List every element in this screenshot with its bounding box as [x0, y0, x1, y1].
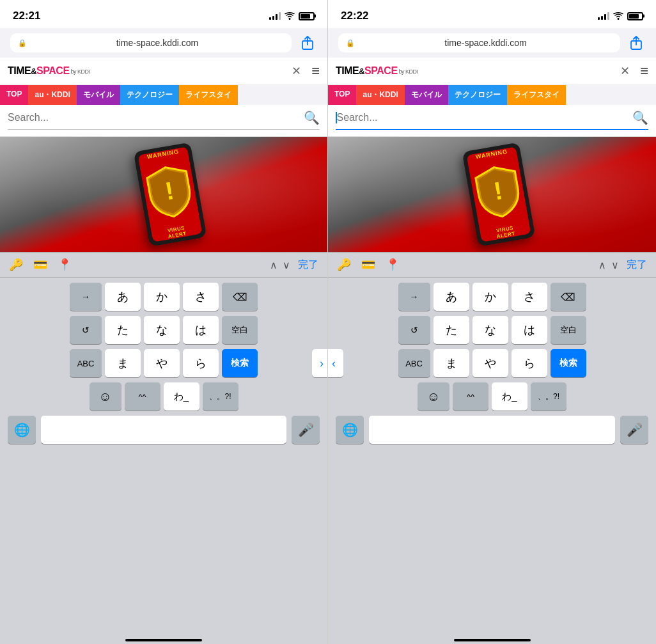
key-caret-left[interactable]: ^^: [125, 382, 160, 411]
key-backspace-right[interactable]: ⌫: [551, 283, 586, 311]
prev-arrow-left[interactable]: ∧: [270, 259, 277, 271]
search-bar-left: 🔍: [0, 105, 327, 137]
key-ha-right[interactable]: は: [512, 316, 547, 344]
location-icon-left[interactable]: 📍: [58, 258, 72, 272]
mic-key-left[interactable]: 🎤: [292, 416, 320, 444]
globe-key-left[interactable]: 🌐: [8, 416, 36, 444]
key-chevron-left-right[interactable]: ‹: [328, 349, 343, 377]
browser-bar-left: 🔒 time-space.kddi.com: [0, 28, 327, 58]
search-input-left[interactable]: [8, 112, 304, 123]
key-ka-right[interactable]: か: [472, 283, 508, 311]
creditcard-icon-left[interactable]: 💳: [33, 258, 47, 272]
toolbar-left-icons: 🔑 💳 📍: [9, 258, 72, 272]
key-punct-right[interactable]: 、。?!: [531, 382, 566, 411]
status-icons-left: [269, 12, 315, 20]
header-icons-left: ✕ ≡: [292, 63, 320, 79]
nav-tab-top-right[interactable]: TOP: [328, 85, 356, 105]
key-wa-right[interactable]: わ_: [492, 382, 527, 411]
nav-tabs-right: TOP au・KDDI モバイル テクノロジー ライフスタイ: [328, 85, 656, 105]
key-wa-left[interactable]: わ_: [164, 382, 199, 411]
menu-icon-left[interactable]: ≡: [311, 63, 320, 79]
space-key-right[interactable]: [369, 416, 615, 444]
key-arrow-left[interactable]: →: [70, 283, 102, 311]
search-icon-right[interactable]: 🔍: [632, 110, 648, 125]
globe-key-right[interactable]: 🌐: [336, 416, 364, 444]
password-icon-left[interactable]: 🔑: [9, 258, 23, 272]
svg-point-0: [289, 18, 291, 20]
location-icon-right[interactable]: 📍: [386, 258, 400, 272]
key-ha-left[interactable]: は: [183, 316, 219, 344]
keyboard-row4-right: ☺ ^^ わ_ 、。?!: [331, 382, 653, 411]
key-ta-right[interactable]: た: [433, 316, 469, 344]
key-ka-left[interactable]: か: [144, 283, 180, 311]
keyboard-row2-left: ↺ た な は 空白: [3, 316, 325, 344]
key-sa-left[interactable]: さ: [183, 283, 219, 311]
key-ma-right[interactable]: ま: [433, 349, 469, 377]
key-arrow-right[interactable]: →: [398, 283, 430, 311]
creditcard-icon-right[interactable]: 💳: [361, 258, 375, 272]
key-caret-right[interactable]: ^^: [453, 382, 488, 411]
nav-tab-au-left[interactable]: au・KDDI: [28, 85, 76, 105]
key-punct-left[interactable]: 、。?!: [203, 382, 238, 411]
nav-tab-au-right[interactable]: au・KDDI: [356, 85, 404, 105]
key-a-left[interactable]: あ: [105, 283, 141, 311]
nav-tab-top-left[interactable]: TOP: [0, 85, 28, 105]
key-backspace-left[interactable]: ⌫: [222, 283, 258, 311]
key-space-right[interactable]: 空白: [551, 316, 586, 344]
done-button-left[interactable]: 完了: [298, 258, 318, 272]
url-bar-right[interactable]: 🔒 time-space.kddi.com: [338, 33, 620, 52]
next-arrow-right[interactable]: ∨: [611, 259, 619, 271]
key-chevron-right-left[interactable]: ›: [312, 349, 328, 377]
key-ra-left[interactable]: ら: [183, 349, 219, 377]
key-undo-left[interactable]: ↺: [70, 316, 102, 344]
keyboard-toolbar-left: 🔑 💳 📍 ∧ ∨ 完了: [0, 252, 327, 278]
close-icon-left[interactable]: ✕: [292, 64, 301, 78]
url-text-right: time-space.kddi.com: [359, 38, 613, 48]
nav-tab-tech-left[interactable]: テクノロジー: [120, 85, 179, 105]
nav-tab-mobile-left[interactable]: モバイル: [77, 85, 120, 105]
key-ma-left[interactable]: ま: [105, 349, 141, 377]
password-icon-right[interactable]: 🔑: [337, 258, 351, 272]
keyboard-row4-left: ☺ ^^ わ_ 、。?!: [3, 382, 325, 411]
nav-tabs-left: TOP au・KDDI モバイル テクノロジー ライフスタイ: [0, 85, 327, 105]
key-a-right[interactable]: あ: [433, 283, 469, 311]
virus-alert-text-right: VIRUSALERT: [495, 225, 515, 240]
share-button-left[interactable]: [298, 33, 317, 52]
key-ya-right[interactable]: や: [472, 349, 508, 377]
search-bar-right: 🔍: [328, 105, 656, 137]
nav-tab-mobile-right[interactable]: モバイル: [405, 85, 448, 105]
nav-tab-tech-right[interactable]: テクノロジー: [448, 85, 507, 105]
key-na-left[interactable]: な: [144, 316, 180, 344]
nav-tab-life-right[interactable]: ライフスタイ: [507, 85, 566, 105]
url-bar-left[interactable]: 🔒 time-space.kddi.com: [10, 33, 292, 52]
key-emoji-left[interactable]: ☺: [90, 382, 121, 411]
space-key-left[interactable]: [41, 416, 286, 444]
home-bar-left: [0, 631, 327, 644]
toolbar-right-icons: 🔑 💳 📍: [337, 258, 400, 272]
key-ta-left[interactable]: た: [105, 316, 141, 344]
key-space-left[interactable]: 空白: [222, 316, 258, 344]
key-abc-right[interactable]: ABC: [398, 349, 430, 377]
key-search-left[interactable]: 検索: [222, 349, 258, 377]
share-button-right[interactable]: [627, 33, 646, 52]
key-emoji-right[interactable]: ☺: [418, 382, 449, 411]
next-arrow-left[interactable]: ∨: [283, 259, 290, 271]
key-search-right[interactable]: 検索: [551, 349, 586, 377]
key-ra-right[interactable]: ら: [512, 349, 547, 377]
lock-icon-right: 🔒: [346, 39, 355, 47]
search-input-right[interactable]: [337, 112, 633, 123]
key-abc-left[interactable]: ABC: [70, 349, 102, 377]
lock-icon-left: 🔒: [18, 39, 27, 47]
nav-tab-life-left[interactable]: ライフスタイ: [179, 85, 238, 105]
close-icon-right[interactable]: ✕: [620, 64, 630, 78]
keyboard-row3-right: ‹ ABC ま や ら 検索: [331, 349, 653, 377]
menu-icon-right[interactable]: ≡: [640, 63, 648, 79]
key-na-right[interactable]: な: [472, 316, 508, 344]
key-ya-left[interactable]: や: [144, 349, 180, 377]
mic-key-right[interactable]: 🎤: [620, 416, 648, 444]
prev-arrow-right[interactable]: ∧: [598, 259, 606, 271]
search-icon-left[interactable]: 🔍: [304, 110, 320, 125]
done-button-right[interactable]: 完了: [627, 258, 647, 272]
key-undo-right[interactable]: ↺: [398, 316, 430, 344]
key-sa-right[interactable]: さ: [512, 283, 547, 311]
